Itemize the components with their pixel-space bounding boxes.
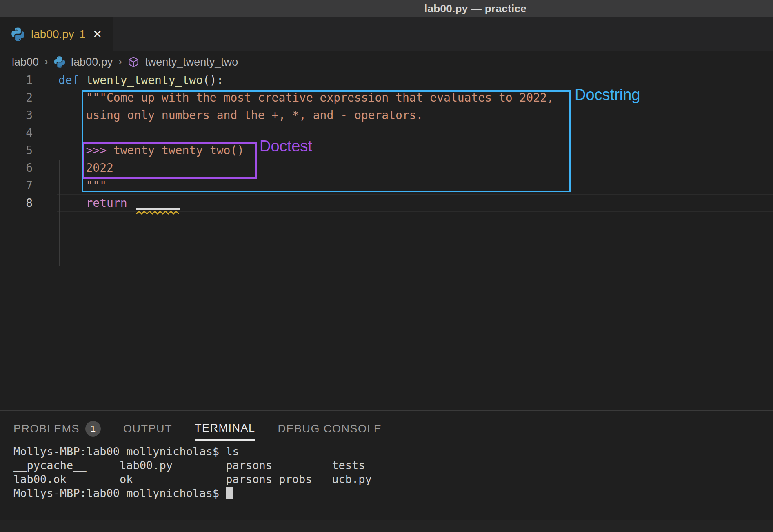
tab-terminal-label: TERMINAL [195, 422, 255, 434]
line-number: 2 [0, 91, 33, 104]
panel-tabs: PROBLEMS 1 OUTPUT TERMINAL DEBUG CONSOLE [13, 417, 382, 441]
code-line[interactable]: 5 >>> twenty_twenty_two() [0, 142, 773, 159]
editor-tabstrip: lab00.py 1 ✕ [0, 17, 773, 51]
chevron-right-icon: › [118, 55, 122, 67]
terminal-line: __pycache__ lab00.py parsons tests [13, 459, 764, 472]
tab-output-label: OUTPUT [123, 423, 172, 435]
code-line[interactable]: 7 """ [0, 177, 773, 194]
symbol-cube-icon [127, 56, 140, 68]
window-titlebar: lab00.py — practice [0, 0, 773, 17]
code-token: >>> [86, 144, 113, 157]
window-title: lab00.py — practice [424, 2, 526, 15]
line-number: 8 [0, 196, 33, 210]
terminal-cursor[interactable] [226, 487, 233, 499]
python-icon [53, 56, 66, 68]
code-token: """Come up with the most creative expres… [86, 91, 553, 104]
line-number: 3 [0, 109, 33, 122]
line-number: 5 [0, 144, 33, 157]
code-token: """ [86, 179, 107, 192]
chevron-right-icon: › [44, 55, 48, 67]
code-token [58, 179, 86, 192]
code-text: """ [33, 179, 107, 192]
code-token: return [86, 196, 127, 210]
code-token: using only numbers and the +, *, and - o… [86, 109, 423, 122]
tab-debug-console[interactable]: DEBUG CONSOLE [278, 417, 382, 441]
code-line[interactable]: 4 [0, 124, 773, 142]
code-token [58, 91, 86, 104]
breadcrumb: lab00 › lab00.py › twenty_twenty_two [0, 52, 773, 72]
breadcrumb-file[interactable]: lab00.py [71, 56, 113, 69]
code-token [58, 196, 86, 210]
code-token: (): [203, 73, 224, 87]
terminal-line: Mollys-MBP:lab00 mollynicholas$ [13, 486, 764, 500]
code-token: def [58, 73, 86, 87]
line-number: 7 [0, 179, 33, 192]
code-line[interactable]: 6 2022 [0, 159, 773, 177]
tab-output[interactable]: OUTPUT [123, 417, 172, 441]
python-icon [11, 27, 25, 42]
code-token: 2022 [86, 161, 113, 175]
code-token: twenty_twenty_two() [113, 144, 244, 157]
window-bottom-edge [0, 520, 773, 532]
code-token [58, 161, 86, 175]
code-line[interactable]: 8 return [0, 194, 773, 212]
tab-problems-label: PROBLEMS [13, 423, 80, 435]
code-editor[interactable]: 1def twenty_twenty_two():2 """Come up wi… [0, 71, 773, 212]
tab-title: lab00.py [31, 28, 74, 41]
breadcrumb-folder[interactable]: lab00 [12, 56, 39, 69]
code-text: >>> twenty_twenty_two() [33, 144, 244, 157]
tab-terminal[interactable]: TERMINAL [195, 417, 255, 441]
tab-close-icon[interactable]: ✕ [93, 28, 102, 41]
breadcrumb-symbol[interactable]: twenty_twenty_two [145, 56, 238, 69]
code-line[interactable]: 1def twenty_twenty_two(): [0, 71, 773, 89]
panel-divider[interactable] [0, 410, 773, 411]
code-token: twenty_twenty_two [86, 73, 203, 87]
tab-lab00-py[interactable]: lab00.py 1 ✕ [0, 17, 113, 51]
problems-count-badge: 1 [85, 421, 101, 437]
code-text: def twenty_twenty_two(): [33, 73, 224, 87]
tab-problem-badge: 1 [80, 28, 85, 40]
terminal-output[interactable]: Mollys-MBP:lab00 mollynicholas$ ls__pyca… [13, 445, 764, 500]
code-text: 2022 [33, 161, 113, 175]
line-number: 1 [0, 73, 33, 87]
code-line[interactable]: 3 using only numbers and the +, *, and -… [0, 106, 773, 124]
code-lines: 1def twenty_twenty_two():2 """Come up wi… [0, 71, 773, 212]
code-token [58, 144, 86, 157]
code-line[interactable]: 2 """Come up with the most creative expr… [0, 89, 773, 106]
line-number: 6 [0, 161, 33, 175]
line-number: 4 [0, 126, 33, 140]
code-text: using only numbers and the +, *, and - o… [33, 109, 423, 122]
tab-problems[interactable]: PROBLEMS 1 [13, 417, 101, 441]
terminal-line: Mollys-MBP:lab00 mollynicholas$ ls [13, 445, 764, 459]
code-text: """Come up with the most creative expres… [33, 91, 554, 104]
tab-debug-console-label: DEBUG CONSOLE [278, 423, 382, 435]
code-token [58, 109, 86, 122]
code-text: return [33, 196, 127, 210]
terminal-line: lab00.ok ok parsons_probs ucb.py [13, 472, 764, 486]
indent-guide [59, 160, 60, 266]
